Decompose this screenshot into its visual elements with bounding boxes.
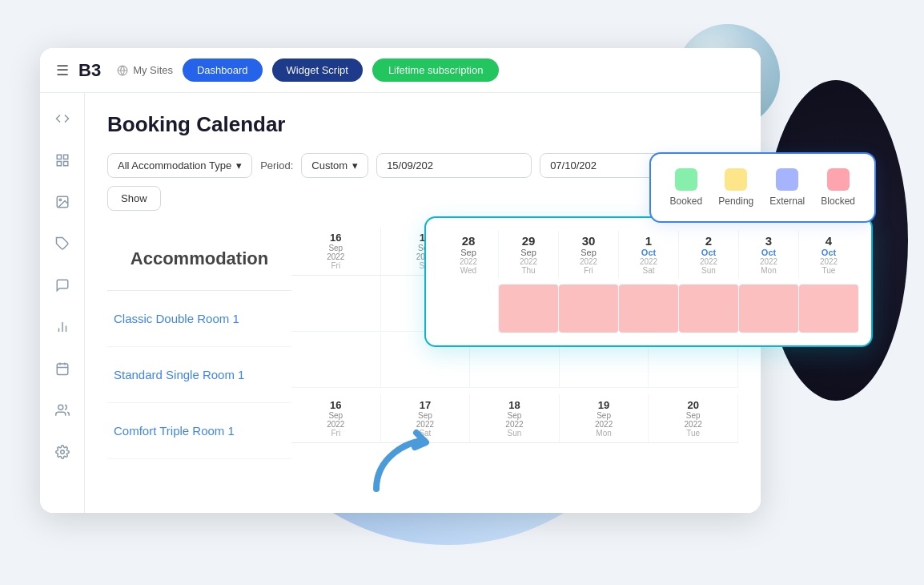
popup-calendar-row (439, 284, 858, 333)
popup-cell-29 (499, 284, 559, 333)
sidebar (40, 93, 85, 513)
svg-point-16 (60, 450, 64, 454)
filters-row: All Accommodation Type ▾ Period: Custom … (107, 153, 738, 211)
cal-cell-16-standard (291, 332, 381, 387)
popup-col-4: 4 Oct 2022 Tue (799, 231, 858, 278)
svg-rect-11 (57, 364, 68, 375)
my-sites-label: My Sites (133, 64, 173, 76)
brand-logo: B3 (78, 60, 101, 81)
calendar-popup: 28 Sep 2022 Wed 29 Sep 2022 Thu 30 Sep 2… (424, 216, 873, 347)
svg-point-15 (58, 405, 62, 410)
chevron-down-icon-period: ▾ (352, 159, 358, 171)
popup-col-28: 28 Sep 2022 Wed (439, 231, 499, 278)
cal-header2-19: 19 Sep 2022 Mon (560, 394, 649, 442)
sidebar-icon-settings[interactable] (50, 439, 75, 465)
room-item-comfort[interactable]: Comfort Triple Room 1 (107, 403, 291, 459)
sidebar-icon-calendar[interactable] (50, 356, 75, 381)
sidebar-icon-tag[interactable] (50, 231, 75, 256)
external-label: External (769, 196, 805, 207)
svg-rect-1 (57, 155, 61, 159)
calendar-header-row-2: 16 Sep 2022 Fri 17 Sep 2022 Sat 18 (291, 394, 738, 443)
date-from-input[interactable] (376, 153, 532, 178)
pending-label: Pending (718, 196, 753, 207)
popup-calendar-header: 28 Sep 2022 Wed 29 Sep 2022 Thu 30 Sep 2… (439, 231, 858, 278)
period-filter[interactable]: Custom ▾ (301, 153, 368, 178)
sidebar-icon-chart[interactable] (50, 314, 75, 340)
lifetime-subscription-button[interactable]: Lifetime subscription (372, 58, 500, 82)
room-item-standard[interactable]: Standard Single Room 1 (107, 347, 291, 403)
svg-rect-3 (57, 162, 61, 166)
legend-card: Booked Pending External Blocked (649, 152, 876, 223)
booked-color (675, 168, 697, 191)
accommodation-type-filter[interactable]: All Accommodation Type ▾ (107, 153, 252, 178)
room-item-classic[interactable]: Classic Double Room 1 (107, 291, 291, 347)
legend-external: External (769, 168, 805, 207)
popup-cell-2 (679, 284, 739, 333)
sidebar-icon-chat[interactable] (50, 272, 75, 298)
dashboard-button[interactable]: Dashboard (183, 58, 263, 82)
cal-header-16: 16 Sep 2022 Fri (291, 227, 381, 275)
cal-cell-16-classic (291, 276, 381, 331)
popup-col-2: 2 Oct 2022 Sun (679, 231, 739, 278)
widget-script-button[interactable]: Widget Script (272, 58, 363, 82)
period-value: Custom (311, 159, 348, 171)
accommodation-type-label: All Accommodation Type (118, 159, 231, 171)
svg-rect-2 (63, 155, 67, 159)
accommodation-header: Accommodation (107, 227, 291, 291)
popup-col-30: 30 Sep 2022 Fri (559, 231, 619, 278)
pending-color (725, 168, 747, 191)
popup-cell-30 (559, 284, 619, 333)
popup-col-3: 3 Oct 2022 Mon (739, 231, 799, 278)
my-sites-nav[interactable]: My Sites (117, 64, 173, 76)
external-color (776, 168, 798, 191)
cal-header2-18: 18 Sep 2022 Sun (470, 394, 560, 442)
sidebar-icon-code[interactable] (50, 106, 75, 131)
popup-cell-1 (619, 284, 679, 333)
booked-label: Booked (670, 196, 703, 207)
popup-col-29: 29 Sep 2022 Thu (499, 231, 559, 278)
blocked-color (827, 168, 850, 191)
chevron-down-icon: ▾ (236, 159, 242, 171)
popup-cell-28 (439, 284, 499, 333)
arrow-decoration (360, 425, 440, 505)
legend-blocked: Blocked (821, 168, 855, 207)
sidebar-icon-image[interactable] (50, 189, 75, 215)
hamburger-icon[interactable]: ☰ (56, 62, 69, 79)
navbar: ☰ B3 My Sites Dashboard Widget Script Li… (40, 48, 761, 93)
room-list: Accommodation Classic Double Room 1 Stan… (107, 227, 291, 459)
blocked-label: Blocked (821, 196, 855, 207)
popup-cell-4 (799, 284, 858, 333)
page-title: Booking Calendar (107, 112, 738, 137)
legend-pending: Pending (718, 168, 753, 207)
show-button[interactable]: Show (107, 186, 161, 211)
popup-cell-3 (739, 284, 799, 333)
sidebar-icon-users[interactable] (50, 397, 75, 423)
legend-booked: Booked (670, 168, 703, 207)
svg-rect-4 (63, 162, 67, 166)
period-label: Period: (260, 159, 293, 171)
sidebar-icon-grid[interactable] (50, 147, 75, 173)
cal-header2-20: 20 Sep 2022 Tue (649, 394, 738, 442)
popup-col-1: 1 Oct 2022 Sat (619, 231, 679, 278)
svg-point-6 (59, 199, 61, 200)
